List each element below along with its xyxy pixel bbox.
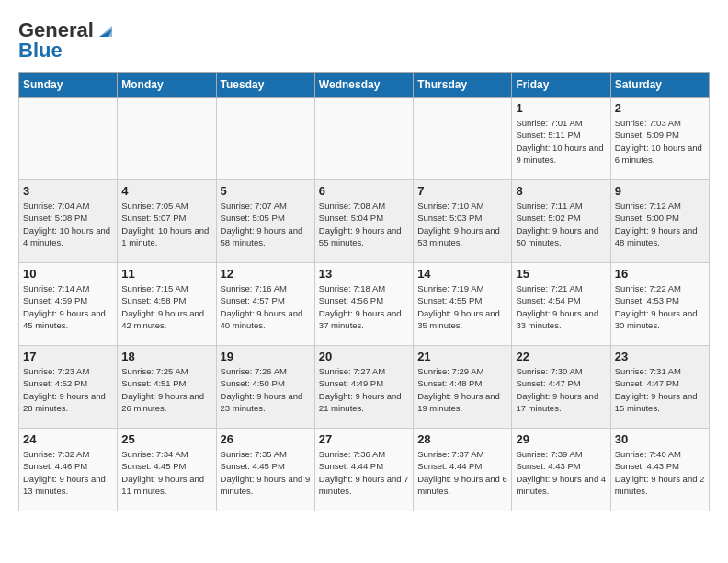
- day-info: Sunrise: 7:01 AM Sunset: 5:11 PM Dayligh…: [516, 117, 606, 166]
- day-number: 11: [121, 267, 211, 281]
- day-number: 12: [221, 267, 311, 281]
- day-info: Sunrise: 7:05 AM Sunset: 5:07 PM Dayligh…: [121, 200, 211, 248]
- day-number: 5: [221, 184, 311, 198]
- logo-blue-text: Blue: [18, 39, 63, 63]
- day-info: Sunrise: 7:26 AM Sunset: 4:50 PM Dayligh…: [221, 365, 311, 414]
- weekday-header-saturday: Saturday: [610, 73, 709, 98]
- day-number: 10: [23, 267, 113, 281]
- day-info: Sunrise: 7:21 AM Sunset: 4:54 PM Dayligh…: [516, 282, 606, 331]
- day-info: Sunrise: 7:04 AM Sunset: 5:08 PM Dayligh…: [23, 200, 113, 248]
- calendar-cell: 26Sunrise: 7:35 AM Sunset: 4:45 PM Dayli…: [216, 429, 314, 511]
- day-info: Sunrise: 7:07 AM Sunset: 5:05 PM Dayligh…: [221, 200, 311, 248]
- day-number: 26: [221, 432, 311, 446]
- day-info: Sunrise: 7:22 AM Sunset: 4:53 PM Dayligh…: [615, 282, 705, 331]
- calendar-week-row: 10Sunrise: 7:14 AM Sunset: 4:59 PM Dayli…: [19, 263, 710, 346]
- calendar-cell: [414, 98, 512, 180]
- calendar-cell: 14Sunrise: 7:19 AM Sunset: 4:55 PM Dayli…: [414, 263, 512, 346]
- day-info: Sunrise: 7:37 AM Sunset: 4:44 PM Dayligh…: [417, 448, 507, 497]
- day-info: Sunrise: 7:10 AM Sunset: 5:03 PM Dayligh…: [417, 200, 507, 248]
- calendar-cell: 18Sunrise: 7:25 AM Sunset: 4:51 PM Dayli…: [118, 346, 216, 429]
- day-info: Sunrise: 7:32 AM Sunset: 4:46 PM Dayligh…: [23, 448, 113, 497]
- calendar-cell: 16Sunrise: 7:22 AM Sunset: 4:53 PM Dayli…: [610, 263, 709, 346]
- calendar-cell: 8Sunrise: 7:11 AM Sunset: 5:02 PM Daylig…: [512, 180, 610, 263]
- weekday-header-wednesday: Wednesday: [314, 73, 413, 98]
- calendar-cell: 17Sunrise: 7:23 AM Sunset: 4:52 PM Dayli…: [19, 346, 118, 429]
- calendar-cell: [118, 98, 216, 180]
- calendar-week-row: 3Sunrise: 7:04 AM Sunset: 5:08 PM Daylig…: [19, 180, 710, 263]
- day-info: Sunrise: 7:14 AM Sunset: 4:59 PM Dayligh…: [23, 282, 113, 331]
- day-info: Sunrise: 7:12 AM Sunset: 5:00 PM Dayligh…: [615, 200, 705, 248]
- calendar-table: SundayMondayTuesdayWednesdayThursdayFrid…: [18, 72, 710, 511]
- day-number: 6: [319, 184, 409, 198]
- calendar-week-row: 1Sunrise: 7:01 AM Sunset: 5:11 PM Daylig…: [19, 98, 710, 180]
- day-number: 8: [516, 184, 606, 198]
- calendar-cell: 19Sunrise: 7:26 AM Sunset: 4:50 PM Dayli…: [216, 346, 314, 429]
- calendar-cell: 10Sunrise: 7:14 AM Sunset: 4:59 PM Dayli…: [19, 263, 118, 346]
- calendar-cell: 15Sunrise: 7:21 AM Sunset: 4:54 PM Dayli…: [512, 263, 610, 346]
- calendar-cell: 20Sunrise: 7:27 AM Sunset: 4:49 PM Dayli…: [314, 346, 413, 429]
- weekday-header-friday: Friday: [512, 73, 610, 98]
- calendar-week-row: 17Sunrise: 7:23 AM Sunset: 4:52 PM Dayli…: [19, 346, 710, 429]
- day-number: 19: [221, 350, 311, 363]
- calendar-cell: 7Sunrise: 7:10 AM Sunset: 5:03 PM Daylig…: [414, 180, 512, 263]
- calendar-cell: 13Sunrise: 7:18 AM Sunset: 4:56 PM Dayli…: [314, 263, 413, 346]
- day-info: Sunrise: 7:35 AM Sunset: 4:45 PM Dayligh…: [221, 448, 311, 497]
- day-number: 14: [417, 267, 507, 281]
- page-header: General Blue: [18, 18, 710, 63]
- day-number: 21: [417, 350, 507, 363]
- calendar-cell: 21Sunrise: 7:29 AM Sunset: 4:48 PM Dayli…: [414, 346, 512, 429]
- day-number: 27: [319, 432, 409, 446]
- calendar-cell: [216, 98, 314, 180]
- day-number: 13: [319, 267, 409, 281]
- day-number: 3: [23, 184, 113, 198]
- calendar-cell: 5Sunrise: 7:07 AM Sunset: 5:05 PM Daylig…: [216, 180, 314, 263]
- day-number: 29: [516, 432, 606, 446]
- calendar-cell: 2Sunrise: 7:03 AM Sunset: 5:09 PM Daylig…: [610, 98, 709, 180]
- day-info: Sunrise: 7:40 AM Sunset: 4:43 PM Dayligh…: [615, 448, 705, 497]
- day-number: 7: [417, 184, 507, 198]
- day-number: 9: [615, 184, 705, 198]
- day-info: Sunrise: 7:36 AM Sunset: 4:44 PM Dayligh…: [319, 448, 409, 497]
- day-number: 23: [615, 350, 705, 363]
- day-info: Sunrise: 7:11 AM Sunset: 5:02 PM Dayligh…: [516, 200, 606, 248]
- day-number: 22: [516, 350, 606, 363]
- calendar-cell: [314, 98, 413, 180]
- calendar-cell: [19, 98, 118, 180]
- day-number: 18: [121, 350, 211, 363]
- calendar-cell: 6Sunrise: 7:08 AM Sunset: 5:04 PM Daylig…: [314, 180, 413, 263]
- day-number: 28: [417, 432, 507, 446]
- day-info: Sunrise: 7:18 AM Sunset: 4:56 PM Dayligh…: [319, 282, 409, 331]
- calendar-cell: 27Sunrise: 7:36 AM Sunset: 4:44 PM Dayli…: [314, 429, 413, 511]
- day-info: Sunrise: 7:25 AM Sunset: 4:51 PM Dayligh…: [121, 365, 211, 414]
- calendar-cell: 22Sunrise: 7:30 AM Sunset: 4:47 PM Dayli…: [512, 346, 610, 429]
- calendar-cell: 25Sunrise: 7:34 AM Sunset: 4:45 PM Dayli…: [118, 429, 216, 511]
- day-number: 2: [615, 101, 705, 115]
- calendar-cell: 4Sunrise: 7:05 AM Sunset: 5:07 PM Daylig…: [118, 180, 216, 263]
- calendar-week-row: 24Sunrise: 7:32 AM Sunset: 4:46 PM Dayli…: [19, 429, 710, 511]
- day-info: Sunrise: 7:34 AM Sunset: 4:45 PM Dayligh…: [121, 448, 211, 497]
- day-info: Sunrise: 7:15 AM Sunset: 4:58 PM Dayligh…: [121, 282, 211, 331]
- weekday-header-sunday: Sunday: [19, 73, 118, 98]
- day-number: 25: [121, 432, 211, 446]
- weekday-header-tuesday: Tuesday: [216, 73, 314, 98]
- calendar-cell: 12Sunrise: 7:16 AM Sunset: 4:57 PM Dayli…: [216, 263, 314, 346]
- day-number: 15: [516, 267, 606, 281]
- calendar-cell: 9Sunrise: 7:12 AM Sunset: 5:00 PM Daylig…: [610, 180, 709, 263]
- weekday-header-monday: Monday: [118, 73, 216, 98]
- calendar-cell: 11Sunrise: 7:15 AM Sunset: 4:58 PM Dayli…: [118, 263, 216, 346]
- day-info: Sunrise: 7:27 AM Sunset: 4:49 PM Dayligh…: [319, 365, 409, 414]
- calendar-cell: 23Sunrise: 7:31 AM Sunset: 4:47 PM Dayli…: [610, 346, 709, 429]
- day-info: Sunrise: 7:23 AM Sunset: 4:52 PM Dayligh…: [23, 365, 113, 414]
- day-number: 17: [23, 350, 113, 363]
- day-number: 20: [319, 350, 409, 363]
- day-number: 30: [615, 432, 705, 446]
- calendar-cell: 3Sunrise: 7:04 AM Sunset: 5:08 PM Daylig…: [19, 180, 118, 263]
- day-number: 1: [516, 101, 606, 115]
- day-info: Sunrise: 7:30 AM Sunset: 4:47 PM Dayligh…: [516, 365, 606, 414]
- calendar-cell: 1Sunrise: 7:01 AM Sunset: 5:11 PM Daylig…: [512, 98, 610, 180]
- calendar-cell: 24Sunrise: 7:32 AM Sunset: 4:46 PM Dayli…: [19, 429, 118, 511]
- day-number: 24: [23, 432, 113, 446]
- day-info: Sunrise: 7:31 AM Sunset: 4:47 PM Dayligh…: [615, 365, 705, 414]
- day-info: Sunrise: 7:03 AM Sunset: 5:09 PM Dayligh…: [615, 117, 705, 166]
- calendar-header-row: SundayMondayTuesdayWednesdayThursdayFrid…: [19, 73, 710, 98]
